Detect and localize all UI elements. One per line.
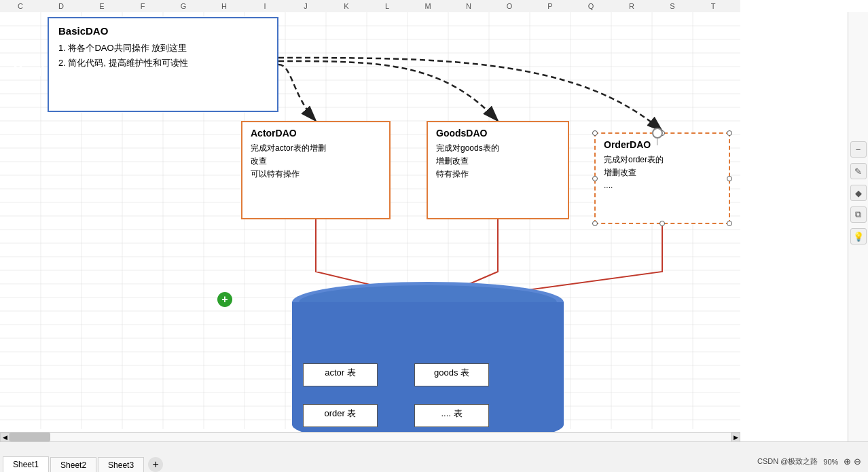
actor-dao-title: ActorDAO [251, 128, 381, 139]
actor-dao-line2: 改查 [251, 155, 381, 168]
svg-text:J: J [304, 2, 308, 10]
svg-text:T: T [711, 2, 716, 10]
svg-text:M: M [424, 2, 431, 10]
svg-text:O: O [507, 2, 513, 10]
svg-text:L: L [385, 2, 389, 10]
goods-dao-title: GoodsDAO [436, 128, 560, 139]
goods-dao-line1: 完成对goods表的 [436, 142, 560, 155]
status-right: CSDN @极致之路 90% ⊕ ⊖ [757, 456, 861, 467]
svg-text:H: H [221, 2, 227, 10]
svg-text:Q: Q [588, 2, 594, 10]
actor-dao-line1: 完成对actor表的增删 [251, 142, 381, 155]
svg-text:F: F [141, 2, 145, 10]
svg-text:G: G [181, 2, 187, 10]
rotate-handle-line [657, 139, 657, 145]
goods-dao-box: GoodsDAO 完成对goods表的 增删改查 特有操作 [427, 121, 569, 219]
add-button[interactable]: + [217, 292, 232, 307]
resize-handle-ml[interactable] [592, 176, 598, 181]
svg-text:I: I [264, 2, 266, 10]
fill-button[interactable]: ◆ [850, 185, 867, 201]
goods-dao-line2: 增删改查 [436, 155, 560, 168]
svg-text:P: P [547, 2, 552, 10]
svg-text:S: S [670, 2, 674, 10]
order-dao-line3: .... [604, 179, 721, 192]
actor-dao-box: ActorDAO 完成对actor表的增删 改查 可以特有操作 [241, 121, 391, 219]
rotate-handle[interactable] [652, 128, 663, 139]
table-actor: actor 表 [303, 363, 378, 386]
sheet-tab-1[interactable]: Sheet1 [3, 456, 49, 472]
svg-text:E: E [99, 2, 104, 10]
basic-dao-line2: 2. 简化代码, 提高维护性和可读性 [58, 56, 268, 71]
sheet-tabs: Sheet1 Sheet2 Sheet3 + [0, 442, 163, 472]
svg-text:C: C [18, 2, 23, 10]
svg-text:N: N [466, 2, 471, 10]
basic-dao-box: BasicDAO 1. 将各个DAO共同操作 放到这里 2. 简化代码, 提高维… [48, 17, 278, 112]
copy-button[interactable]: ⧉ [850, 206, 867, 223]
order-dao-title: OrderDAO [604, 139, 721, 150]
status-bar: Sheet1 Sheet2 Sheet3 + CSDN @极致之路 90% ⊕ … [0, 441, 868, 472]
scroll-left-arrow[interactable]: ◀ [0, 433, 10, 442]
scroll-right-arrow[interactable]: ▶ [731, 433, 740, 442]
svg-text:R: R [629, 2, 634, 10]
svg-text:D: D [58, 2, 64, 10]
resize-handle-br[interactable] [727, 221, 732, 226]
zoom-level: 90% [823, 458, 838, 466]
table-dots: .... 表 [414, 404, 489, 427]
resize-handle-bm[interactable] [659, 221, 665, 226]
resize-handle-mr[interactable] [727, 176, 732, 181]
sheet-tab-3[interactable]: Sheet3 [98, 457, 144, 472]
basic-dao-line1: 1. 将各个DAO共同操作 放到这里 [58, 41, 268, 56]
brand-label: CSDN @极致之路 [757, 456, 818, 467]
basic-dao-title: BasicDAO [58, 25, 268, 37]
mysql-label: Mysql [14, 65, 44, 77]
scroll-track[interactable] [10, 433, 731, 441]
resize-handle-tl[interactable] [592, 130, 598, 136]
svg-text:K: K [344, 2, 349, 10]
right-toolbar: − ✎ ◆ ⧉ 💡 [848, 12, 868, 441]
actor-dao-line3: 可以特有操作 [251, 168, 381, 181]
add-sheet-button[interactable]: + [148, 457, 163, 472]
order-dao-line2: 增删改查 [604, 166, 721, 179]
bulb-button[interactable]: 💡 [850, 228, 867, 244]
scroll-thumb[interactable] [10, 433, 50, 441]
order-dao-box[interactable]: OrderDAO 完成对order表的 增删改查 .... [594, 132, 730, 224]
sheet-tab-2[interactable]: Sheet2 [50, 457, 96, 472]
edit-button[interactable]: ✎ [850, 163, 867, 179]
resize-handle-tr[interactable] [727, 130, 732, 136]
resize-handle-bl[interactable] [592, 221, 598, 226]
zoom-controls[interactable]: ⊕ ⊖ [844, 456, 861, 467]
h-scrollbar[interactable]: ◀ ▶ [0, 432, 740, 441]
table-order: order 表 [303, 404, 378, 427]
order-dao-line1: 完成对order表的 [604, 153, 721, 166]
table-goods: goods 表 [414, 363, 489, 386]
goods-dao-line3: 特有操作 [436, 168, 560, 181]
zoom-out-button[interactable]: − [850, 141, 867, 158]
